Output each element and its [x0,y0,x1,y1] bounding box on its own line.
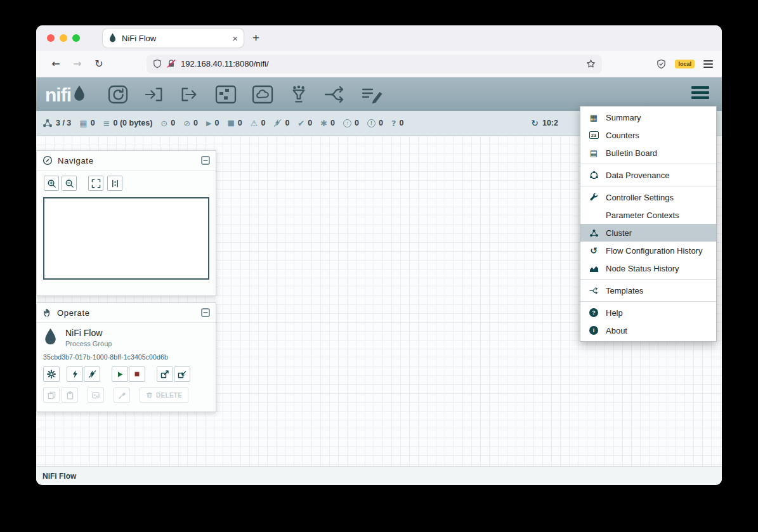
active-threads-icon: ▦ [79,119,87,127]
stop-button[interactable] [129,367,145,382]
zoom-in-button[interactable] [44,176,59,191]
tab-title: NiFi Flow [122,34,227,43]
navigate-panel: Navigate [36,150,216,296]
url-text[interactable]: 192.168.40.11:8080/nifi/ [181,59,581,68]
tab-close-icon[interactable]: × [232,34,238,43]
not-transmitting-icon: ⊘ [183,119,190,127]
summary-icon: ▦ [588,113,599,122]
insecure-lock-icon[interactable] [167,59,176,68]
stale-status: ↑ 0 [343,119,359,127]
cluster-status: 3 / 3 [42,119,71,127]
window-controls [47,34,80,42]
new-tab-button[interactable]: + [252,31,259,45]
group-button[interactable] [88,387,104,403]
disabled-icon [273,119,282,127]
menu-item-cluster[interactable]: Cluster [580,224,716,242]
tab-strip: NiFi Flow × + [36,25,722,51]
menu-item-data-provenance[interactable]: Data Provenance [580,166,716,184]
templates-icon [588,287,599,295]
cluster-icon [42,119,53,127]
nifi-favicon-icon [108,33,117,44]
bookmark-star-icon[interactable] [586,59,596,68]
running-icon: ▶ [206,120,211,127]
menu-item-controller-settings[interactable]: Controller Settings [580,188,716,206]
breadcrumb[interactable]: NiFi Flow [42,472,76,481]
back-button[interactable]: ← [45,58,67,70]
menu-item-templates[interactable]: Templates [580,282,716,299]
data-provenance-icon [588,171,599,180]
selected-component-id: 35cbd3b7-017b-1000-8bff-1c3405c00d6b [43,353,209,361]
transmitting-status: ⊙ 0 [160,119,175,127]
zoom-actual-button[interactable] [107,176,122,191]
up-to-date-icon: ✔ [297,119,304,127]
enable-button[interactable] [67,367,83,382]
stale-icon: ↑ [343,119,351,127]
navigate-panel-title: Navigate [58,156,94,165]
menu-item-parameter-contexts[interactable]: Parameter Contexts [580,206,716,224]
selected-component-type: Process Group [65,340,112,347]
processor-component-button[interactable] [107,84,129,105]
desktop-background: NiFi Flow × + ← → ↻ 19 [0,0,758,532]
birdseye-minimap[interactable] [43,197,209,280]
menu-item-node-status-history[interactable]: Node Status History [580,259,716,277]
invalid-icon: ⚠ [251,119,258,127]
protection-shield-icon[interactable] [657,59,666,69]
stopped-status: ■ 0 [227,119,242,127]
paste-button[interactable] [62,387,78,403]
global-menu-button[interactable] [691,86,709,99]
operate-panel: Operate NiFi Flow Process Group [36,302,216,412]
start-button[interactable] [112,367,128,382]
zoom-out-button[interactable] [62,176,77,191]
url-bar[interactable]: 192.168.40.11:8080/nifi/ [147,55,602,74]
menu-item-help[interactable]: ? Help [580,304,716,321]
zoom-fit-button[interactable] [88,176,103,191]
delete-button[interactable]: DELETE [140,387,188,403]
shield-icon[interactable] [153,59,162,68]
nifi-logo-drop-icon [72,85,86,103]
locally-modified-stale-icon: ! [367,119,376,127]
fill-color-button[interactable] [114,387,130,403]
menu-item-about[interactable]: i About [580,321,716,339]
create-template-button[interactable] [157,367,173,382]
output-port-component-button[interactable] [179,84,200,105]
navigate-tools [37,171,216,193]
delete-button-label: DELETE [156,392,182,399]
upload-template-button[interactable] [174,367,190,382]
sync-failure-icon: ? [391,119,396,127]
menu-item-bulletin-board[interactable]: ▤ Bulletin Board [580,144,716,162]
browser-tab[interactable]: NiFi Flow × [103,29,244,48]
operate-panel-title: Operate [57,308,90,318]
cluster-count: 3 / 3 [56,119,71,127]
toolbar-right-icons: local [657,59,713,69]
menu-item-flow-configuration-history[interactable]: ↺ Flow Configuration History [580,242,716,259]
disable-button[interactable] [84,367,100,382]
copy-button[interactable] [43,387,60,403]
queued-icon: ≡ [103,119,110,127]
configure-button[interactable] [43,367,60,382]
breadcrumb-bar: NiFi Flow [36,466,722,485]
funnel-component-button[interactable] [288,84,310,105]
label-component-button[interactable] [360,84,383,105]
remote-process-group-component-button[interactable] [251,84,274,105]
process-group-component-button[interactable] [214,84,237,105]
reload-button[interactable]: ↻ [88,58,110,70]
menu-item-summary[interactable]: ▦ Summary [580,108,716,126]
collapse-navigate-button[interactable] [201,156,210,165]
stopped-icon: ■ [227,119,234,127]
chart-icon [588,264,599,273]
last-refreshed-time: 10:2 [542,119,558,127]
minimize-window-button[interactable] [60,34,67,42]
operate-panel-body: NiFi Flow Process Group 35cbd3b7-017b-10… [37,323,216,403]
up-to-date-status: ✔ 0 [297,119,312,127]
browser-menu-icon[interactable] [703,60,713,68]
close-window-button[interactable] [47,34,55,42]
menu-item-counters[interactable]: 23 Counters [580,126,716,144]
collapse-operate-button[interactable] [201,308,210,317]
refresh-icon[interactable]: ↻ [531,119,539,127]
template-component-button[interactable] [323,84,346,105]
refresh-status[interactable]: ↻ 10:2 [531,119,558,127]
fullscreen-window-button[interactable] [72,34,80,42]
menu-separator [580,164,716,164]
input-port-component-button[interactable] [143,84,165,105]
profile-badge[interactable]: local [675,60,695,68]
